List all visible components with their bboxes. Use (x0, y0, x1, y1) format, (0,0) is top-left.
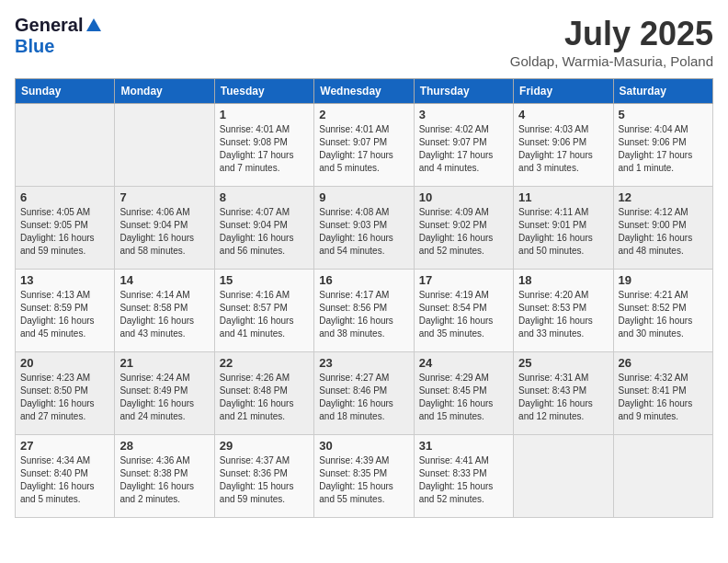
day-number: 2 (319, 108, 408, 121)
day-number: 13 (20, 273, 109, 287)
day-info: Sunrise: 4:36 AM Sunset: 8:38 PM Dayligh… (119, 454, 209, 506)
day-number: 18 (518, 273, 608, 287)
day-number: 23 (319, 356, 408, 370)
calendar-cell: 3Sunrise: 4:02 AM Sunset: 9:07 PM Daylig… (414, 104, 513, 187)
logo-icon (85, 17, 103, 35)
day-info: Sunrise: 4:20 AM Sunset: 8:53 PM Dayligh… (518, 289, 608, 340)
calendar-cell: 23Sunrise: 4:27 AM Sunset: 8:46 PM Dayli… (314, 352, 414, 435)
day-info: Sunrise: 4:04 AM Sunset: 9:06 PM Dayligh… (619, 123, 708, 175)
calendar-cell: 1Sunrise: 4:01 AM Sunset: 9:08 PM Daylig… (214, 104, 313, 187)
calendar-cell: 29Sunrise: 4:37 AM Sunset: 8:36 PM Dayli… (214, 435, 313, 518)
day-info: Sunrise: 4:29 AM Sunset: 8:45 PM Dayligh… (419, 372, 508, 423)
calendar-cell: 21Sunrise: 4:24 AM Sunset: 8:49 PM Dayli… (115, 352, 214, 435)
day-info: Sunrise: 4:39 AM Sunset: 8:35 PM Dayligh… (319, 454, 408, 506)
day-info: Sunrise: 4:13 AM Sunset: 8:59 PM Dayligh… (20, 289, 109, 340)
calendar-week-row: 20Sunrise: 4:23 AM Sunset: 8:50 PM Dayli… (16, 352, 713, 435)
calendar-cell: 18Sunrise: 4:20 AM Sunset: 8:53 PM Dayli… (514, 270, 613, 352)
day-info: Sunrise: 4:06 AM Sunset: 9:04 PM Dayligh… (119, 206, 209, 258)
location-subtitle: Goldap, Warmia-Masuria, Poland (510, 53, 713, 69)
day-number: 16 (319, 273, 408, 287)
calendar-week-row: 1Sunrise: 4:01 AM Sunset: 9:08 PM Daylig… (16, 104, 713, 187)
calendar-cell: 10Sunrise: 4:09 AM Sunset: 9:02 PM Dayli… (414, 187, 513, 270)
weekday-header-monday: Monday (115, 79, 214, 104)
day-number: 21 (119, 356, 209, 370)
weekday-header-friday: Friday (514, 79, 613, 104)
day-number: 28 (119, 439, 209, 453)
day-info: Sunrise: 4:01 AM Sunset: 9:08 PM Dayligh… (220, 123, 309, 175)
calendar-cell: 31Sunrise: 4:41 AM Sunset: 8:33 PM Dayli… (414, 435, 513, 518)
calendar-cell: 24Sunrise: 4:29 AM Sunset: 8:45 PM Dayli… (414, 352, 513, 435)
day-info: Sunrise: 4:34 AM Sunset: 8:40 PM Dayligh… (20, 454, 109, 506)
day-info: Sunrise: 4:12 AM Sunset: 9:00 PM Dayligh… (619, 206, 708, 258)
calendar-cell: 30Sunrise: 4:39 AM Sunset: 8:35 PM Dayli… (314, 435, 414, 518)
calendar-cell (613, 435, 712, 518)
day-number: 12 (619, 190, 708, 204)
calendar-cell (514, 435, 613, 518)
day-info: Sunrise: 4:32 AM Sunset: 8:41 PM Dayligh… (619, 372, 708, 423)
weekday-header-row: SundayMondayTuesdayWednesdayThursdayFrid… (16, 79, 713, 104)
day-number: 25 (518, 356, 608, 370)
day-info: Sunrise: 4:24 AM Sunset: 8:49 PM Dayligh… (119, 372, 209, 423)
day-info: Sunrise: 4:16 AM Sunset: 8:57 PM Dayligh… (220, 289, 309, 340)
svg-marker-0 (86, 18, 101, 31)
calendar-cell: 14Sunrise: 4:14 AM Sunset: 8:58 PM Dayli… (115, 270, 214, 352)
calendar-week-row: 6Sunrise: 4:05 AM Sunset: 9:05 PM Daylig… (16, 187, 713, 270)
day-number: 10 (419, 190, 508, 204)
logo: General Blue (15, 15, 103, 57)
calendar-cell: 20Sunrise: 4:23 AM Sunset: 8:50 PM Dayli… (16, 352, 115, 435)
calendar-cell: 22Sunrise: 4:26 AM Sunset: 8:48 PM Dayli… (214, 352, 313, 435)
calendar-cell: 2Sunrise: 4:01 AM Sunset: 9:07 PM Daylig… (314, 104, 414, 187)
day-number: 27 (20, 439, 109, 453)
day-number: 15 (220, 273, 309, 287)
calendar-cell: 19Sunrise: 4:21 AM Sunset: 8:52 PM Dayli… (613, 270, 712, 352)
day-number: 31 (419, 439, 508, 453)
day-info: Sunrise: 4:27 AM Sunset: 8:46 PM Dayligh… (319, 372, 408, 423)
day-number: 1 (220, 108, 309, 121)
day-info: Sunrise: 4:03 AM Sunset: 9:06 PM Dayligh… (518, 123, 608, 175)
day-info: Sunrise: 4:07 AM Sunset: 9:04 PM Dayligh… (220, 206, 309, 258)
day-info: Sunrise: 4:17 AM Sunset: 8:56 PM Dayligh… (319, 289, 408, 340)
day-number: 20 (20, 356, 109, 370)
calendar-cell: 12Sunrise: 4:12 AM Sunset: 9:00 PM Dayli… (613, 187, 712, 270)
day-info: Sunrise: 4:19 AM Sunset: 8:54 PM Dayligh… (419, 289, 508, 340)
day-info: Sunrise: 4:08 AM Sunset: 9:03 PM Dayligh… (319, 206, 408, 258)
calendar-cell (115, 104, 214, 187)
day-number: 14 (119, 273, 209, 287)
calendar-cell: 6Sunrise: 4:05 AM Sunset: 9:05 PM Daylig… (16, 187, 115, 270)
weekday-header-sunday: Sunday (16, 79, 115, 104)
weekday-header-wednesday: Wednesday (314, 79, 414, 104)
day-number: 26 (619, 356, 708, 370)
calendar-cell: 8Sunrise: 4:07 AM Sunset: 9:04 PM Daylig… (214, 187, 313, 270)
calendar-cell: 15Sunrise: 4:16 AM Sunset: 8:57 PM Dayli… (214, 270, 313, 352)
weekday-header-saturday: Saturday (613, 79, 712, 104)
day-number: 5 (619, 108, 708, 121)
calendar-cell: 13Sunrise: 4:13 AM Sunset: 8:59 PM Dayli… (16, 270, 115, 352)
calendar-cell: 25Sunrise: 4:31 AM Sunset: 8:43 PM Dayli… (514, 352, 613, 435)
calendar-week-row: 27Sunrise: 4:34 AM Sunset: 8:40 PM Dayli… (16, 435, 713, 518)
day-number: 7 (119, 190, 209, 204)
day-info: Sunrise: 4:11 AM Sunset: 9:01 PM Dayligh… (518, 206, 608, 258)
day-info: Sunrise: 4:02 AM Sunset: 9:07 PM Dayligh… (419, 123, 508, 175)
calendar-cell: 7Sunrise: 4:06 AM Sunset: 9:04 PM Daylig… (115, 187, 214, 270)
calendar-week-row: 13Sunrise: 4:13 AM Sunset: 8:59 PM Dayli… (16, 270, 713, 352)
day-number: 8 (220, 190, 309, 204)
calendar-cell (16, 104, 115, 187)
day-number: 17 (419, 273, 508, 287)
calendar-cell: 16Sunrise: 4:17 AM Sunset: 8:56 PM Dayli… (314, 270, 414, 352)
day-info: Sunrise: 4:05 AM Sunset: 9:05 PM Dayligh… (20, 206, 109, 258)
day-info: Sunrise: 4:31 AM Sunset: 8:43 PM Dayligh… (518, 372, 608, 423)
calendar-cell: 9Sunrise: 4:08 AM Sunset: 9:03 PM Daylig… (314, 187, 414, 270)
calendar-cell: 26Sunrise: 4:32 AM Sunset: 8:41 PM Dayli… (613, 352, 712, 435)
logo-blue-text: Blue (15, 36, 54, 56)
logo-general-text: General (15, 15, 83, 36)
title-area: July 2025 Goldap, Warmia-Masuria, Poland (510, 15, 713, 69)
day-info: Sunrise: 4:23 AM Sunset: 8:50 PM Dayligh… (20, 372, 109, 423)
day-number: 24 (419, 356, 508, 370)
day-number: 11 (518, 190, 608, 204)
day-info: Sunrise: 4:01 AM Sunset: 9:07 PM Dayligh… (319, 123, 408, 175)
day-number: 29 (220, 439, 309, 453)
day-number: 22 (220, 356, 309, 370)
weekday-header-thursday: Thursday (414, 79, 513, 104)
day-number: 6 (20, 190, 109, 204)
calendar-cell: 4Sunrise: 4:03 AM Sunset: 9:06 PM Daylig… (514, 104, 613, 187)
